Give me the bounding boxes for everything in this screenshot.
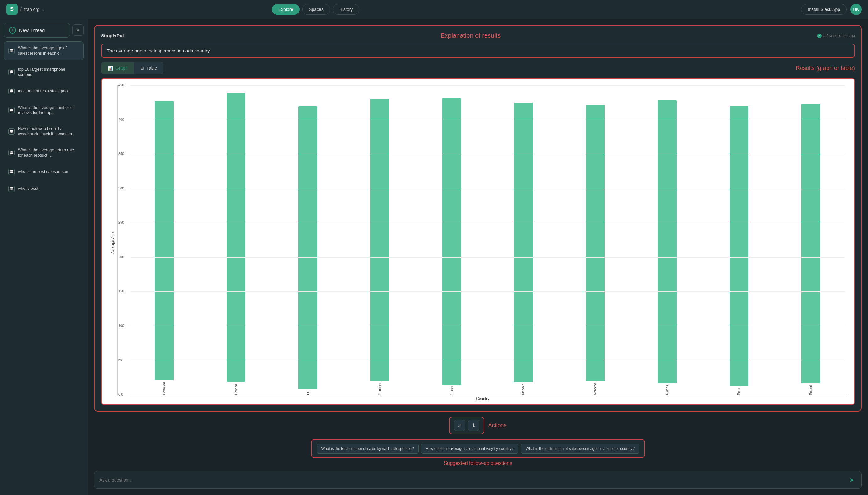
explanation-box: The average age of salespersons in each … [101,44,855,58]
bar-group: Fiji [274,88,342,395]
sidebar-item-0[interactable]: 💬 What is the average age of salesperson… [4,41,84,60]
sidebar-item-label-4: How much wood could a woodchuck chuck if… [18,126,79,137]
bar-label: Morocco [593,383,597,395]
y-tick-label: 150 [118,289,124,293]
bar [514,103,533,382]
graph-tab-icon: 📊 [108,66,113,71]
bar-group: Jamaica [346,88,414,395]
bar-label: Nigeria [665,385,669,395]
avatar: HK [850,4,862,15]
actions-row: ⤢ ⬇ Actions [94,416,862,434]
chart-inner: 450400350300250200150100500.0 BermudaCan… [117,85,848,401]
header-right: Install Slack App HK [801,4,862,15]
sidebar-item-label-7: who is best [18,186,38,191]
suggestion-chip-2[interactable]: What is the distribution of salesperson … [521,444,640,454]
simply-put-label: SimplyPut [101,33,124,38]
y-tick-label: 50 [118,358,122,362]
bar-label: Japan [450,387,454,395]
bar-group: Peru [705,88,773,395]
chat-icon-7: 💬 [8,186,15,192]
org-chevron-icon: ⌄ [41,7,45,12]
chat-icon-6: 💬 [8,169,15,175]
sidebar-item-4[interactable]: 💬 How much wood could a woodchuck chuck … [4,122,84,141]
sidebar-item-label-2: most recent tesla stock price [18,88,70,94]
org-name: fran org [24,7,39,12]
main-layout: + New Thread « 💬 What is the average age… [0,19,868,495]
bar [658,100,677,383]
expand-button[interactable]: ⤢ [454,420,465,431]
timestamp-dot-icon: ✓ [817,34,821,38]
sidebar-item-label-3: What is the average number of reviews fo… [18,105,79,116]
chart-svg-area: Average Age 450400350300250200150100500.… [108,85,848,401]
bar-group: Japan [418,88,486,395]
ask-input[interactable] [100,477,847,482]
bar-group: Nigeria [633,88,701,395]
x-axis-title: Country [117,396,848,401]
chat-icon-1: 💬 [8,69,15,75]
y-tick-label: 450 [118,83,124,87]
nav-explore[interactable]: Explore [272,4,300,15]
actions-label: Actions [488,422,507,429]
bar [442,99,461,385]
bar-label: Monaco [522,383,525,395]
bar-group: Bermuda [130,88,198,395]
bar [586,105,605,381]
view-tabs: 📊 Graph ⊞ Table [101,62,164,74]
bar [155,101,173,380]
ask-input-row: ➤ [94,471,862,489]
install-slack-button[interactable]: Install Slack App [801,4,847,15]
sidebar-item-7[interactable]: 💬 who is best [4,182,84,196]
sidebar-item-6[interactable]: 💬 who is the best salesperson [4,165,84,179]
logo-slash: / [20,6,22,13]
sidebar: + New Thread « 💬 What is the average age… [0,19,88,495]
new-thread-plus-icon: + [9,27,16,34]
y-tick-label: 300 [118,186,124,190]
table-tab-icon: ⊞ [140,66,144,71]
bar-label: Peru [737,388,741,395]
bar [730,106,748,386]
sidebar-item-3[interactable]: 💬 What is the average number of reviews … [4,101,84,120]
bar-label: Bermuda [163,382,166,395]
sidebar-item-label-0: What is the average age of salespersons … [18,46,79,56]
new-thread-button[interactable]: + New Thread [4,22,70,38]
graph-tab[interactable]: 📊 Graph [101,63,134,74]
nav-history[interactable]: History [333,4,360,15]
header-nav: Explore Spaces History [272,4,360,15]
chat-icon-5: 💬 [8,150,15,156]
send-button[interactable]: ➤ [847,475,856,485]
bar-label: Fiji [306,391,310,395]
table-tab[interactable]: ⊞ Table [134,63,163,74]
collapse-sidebar-button[interactable]: « [72,24,84,36]
y-gridline: 450 [130,85,845,86]
bar-label: Canada [234,384,238,395]
sidebar-item-label-5: What is the average return rate for each… [18,148,79,158]
y-tick-label: 200 [118,255,124,259]
bar [370,99,389,381]
new-thread-row: + New Thread « [4,22,84,38]
timestamp: ✓ a few seconds ago [817,34,855,38]
bar-label: Poland [809,385,813,395]
results-label: Results (graph or table) [796,65,855,71]
sidebar-item-1[interactable]: 💬 top 10 largest smartphone screens [4,63,84,82]
sidebar-item-label-6: who is the best salesperson [18,169,68,174]
card-header: SimplyPut Explanation of results ✓ a few… [101,32,855,39]
chat-icon-0: 💬 [8,48,15,54]
suggestion-chip-1[interactable]: How does the average sale amount vary by… [421,444,518,454]
y-axis-label: Average Age [108,85,117,401]
nav-spaces[interactable]: Spaces [302,4,330,15]
y-tick-label: 250 [118,221,124,224]
tabs-and-label: 📊 Graph ⊞ Table Results (graph or table) [101,62,855,74]
table-tab-label: Table [147,66,157,71]
logo-icon: S [6,4,18,15]
bar-group: Poland [777,88,845,395]
suggestion-chip-0[interactable]: What is the total number of sales by eac… [317,444,419,454]
bar [299,106,317,389]
sidebar-item-2[interactable]: 💬 most recent tesla stock price [4,84,84,99]
download-button[interactable]: ⬇ [468,420,479,431]
bar-label: Jamaica [378,383,381,395]
timestamp-text: a few seconds ago [823,34,855,38]
new-thread-label: New Thread [19,28,45,33]
sidebar-item-5[interactable]: 💬 What is the average return rate for ea… [4,143,84,162]
explanation-text: The average age of salespersons in each … [107,48,211,53]
org-selector[interactable]: fran org ⌄ [24,7,45,12]
